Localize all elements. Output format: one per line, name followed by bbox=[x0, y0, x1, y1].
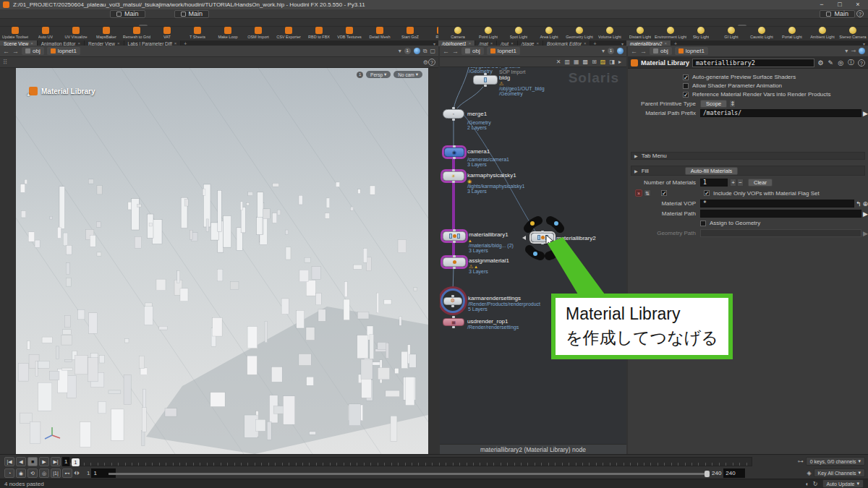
shelf-tool[interactable]: GI Light bbox=[716, 27, 746, 40]
network-color-palette-icon[interactable]: ▨ bbox=[599, 59, 608, 65]
breadcrumb-obj[interactable]: obj bbox=[650, 47, 672, 55]
shelf-tab[interactable] bbox=[122, 25, 130, 26]
network-tools-icon[interactable]: ✕ bbox=[555, 59, 563, 65]
shelf-tab[interactable] bbox=[773, 25, 781, 26]
gear-icon[interactable]: ⚙ bbox=[423, 59, 428, 66]
node-karmaphysicalsky1[interactable]: ☀ karmaphysicalsky1 ◉ /lights/karmaphysi… bbox=[443, 171, 464, 181]
shelf-tool[interactable]: UV Visualize bbox=[61, 27, 91, 40]
row-assign-to-geometry[interactable]: Assign to Geometry bbox=[700, 220, 760, 226]
projection-pill[interactable]: Persp▾ bbox=[366, 71, 391, 78]
range-slider-handle[interactable] bbox=[705, 471, 710, 477]
desktop-selector[interactable]: Main bbox=[110, 10, 145, 18]
node-assignmaterial1[interactable]: assignmaterial1 ⚠ ▴ 3 Layers bbox=[443, 257, 466, 267]
shelf-tab[interactable] bbox=[95, 25, 104, 26]
shelf-tab[interactable] bbox=[148, 25, 156, 26]
shelf-tab[interactable] bbox=[859, 25, 868, 26]
node-camera1[interactable]: ◉ camera1 /cameras/camera1 3 Layers bbox=[444, 147, 464, 157]
auto-fill-materials-button[interactable]: Auto-fill Materials bbox=[685, 167, 739, 175]
realtime-toggle-icon[interactable]: ◔ bbox=[4, 468, 14, 478]
update-mode-dropdown[interactable]: Auto Update▾ bbox=[822, 479, 864, 488]
path-dropdown-icon[interactable]: ▾ bbox=[845, 48, 848, 54]
network-snapshot-icon[interactable]: ◨ bbox=[608, 59, 616, 65]
toolbar-grip-icon[interactable]: ⠿ bbox=[3, 59, 9, 66]
key-icon[interactable]: ◈ bbox=[807, 470, 811, 476]
jump-to-end-button[interactable]: ▶| bbox=[51, 457, 61, 466]
pane-link-icon[interactable] bbox=[414, 48, 420, 54]
shelf-tool[interactable]: Distant Light bbox=[625, 27, 655, 40]
node-bldg[interactable]: SOP Import bldg ⚠ /obj/geo1/OUT_bldg /Ge… bbox=[473, 75, 498, 85]
op-jump-icon[interactable]: ↰ bbox=[856, 200, 861, 207]
material-path-prefix-field[interactable]: /materials/ bbox=[700, 109, 861, 117]
network-display-icon[interactable]: ▩ bbox=[582, 59, 590, 65]
camera-pill[interactable]: No cam▾ bbox=[393, 71, 422, 78]
remove-instance-button[interactable]: × bbox=[635, 189, 642, 197]
shelf-tool[interactable]: CSV Exporter bbox=[273, 27, 304, 40]
back-icon[interactable]: ← bbox=[631, 48, 637, 55]
shelf-tab[interactable] bbox=[139, 25, 148, 26]
shelf-tool[interactable]: Ambient Light bbox=[807, 27, 838, 40]
decrement-icon[interactable]: − bbox=[737, 179, 744, 187]
parent-primitive-type-dropdown[interactable]: Scope bbox=[700, 100, 727, 108]
shelf-set-selector[interactable]: Main bbox=[174, 10, 210, 18]
view-badge[interactable]: 1 bbox=[357, 72, 363, 78]
network-layout-icon[interactable]: ⊞ bbox=[590, 59, 598, 65]
shelf-tool[interactable]: Camera bbox=[443, 27, 473, 40]
play-reverse-button[interactable]: ◀ bbox=[16, 457, 26, 466]
forward-icon[interactable]: → bbox=[452, 48, 459, 55]
shelf-tab[interactable] bbox=[738, 25, 746, 26]
shelf-tool[interactable]: VAT bbox=[152, 27, 182, 40]
forward-icon[interactable]: → bbox=[640, 48, 647, 55]
parm-help-icon[interactable]: ? bbox=[858, 59, 865, 67]
shelf-tab[interactable] bbox=[851, 25, 859, 26]
check-allow-anim[interactable]: Allow Shader Parameter Animation bbox=[683, 82, 782, 89]
path-chooser-icon[interactable]: ▶ bbox=[863, 210, 868, 218]
enable-instance-checkbox[interactable]: ✓ bbox=[661, 190, 667, 196]
shelf-tool[interactable]: Auto UV bbox=[30, 27, 61, 40]
shelf-tab[interactable] bbox=[825, 25, 833, 26]
scoped-channels-icon[interactable]: ⊶ bbox=[798, 458, 804, 465]
loop-mode-icon[interactable]: ⟲ bbox=[27, 468, 38, 478]
shelf-tab[interactable] bbox=[790, 25, 799, 26]
forward-icon[interactable]: → bbox=[12, 48, 19, 55]
shelf-tool[interactable]: VDB Textures bbox=[334, 27, 365, 40]
clear-button[interactable]: Clear bbox=[748, 179, 773, 187]
network-stats-icon[interactable]: ▥ bbox=[563, 59, 571, 65]
keys-info-dropdown[interactable]: 0 keys, 0/0 channels▾ bbox=[806, 457, 865, 466]
info-icon[interactable]: ⓘ bbox=[847, 58, 855, 67]
shelf-tab[interactable] bbox=[43, 25, 52, 26]
shelf-tool[interactable]: Remesh to Grid bbox=[122, 27, 152, 40]
recook-icon[interactable]: ↻ bbox=[813, 481, 818, 487]
back-icon[interactable]: ← bbox=[443, 48, 449, 55]
checkbox-icon[interactable]: ✓ bbox=[683, 92, 689, 98]
shelf-tab[interactable] bbox=[61, 25, 69, 26]
shelf-tab[interactable] bbox=[842, 25, 851, 26]
shelf-tab[interactable] bbox=[113, 25, 122, 26]
material-vop-field[interactable]: * bbox=[700, 200, 854, 207]
shelf-tab[interactable] bbox=[781, 25, 790, 26]
back-icon[interactable]: ← bbox=[3, 48, 9, 55]
shelf-tab[interactable] bbox=[52, 25, 61, 26]
path-dropdown-icon[interactable]: ▾ bbox=[602, 48, 605, 54]
gear-icon[interactable]: ⚙ bbox=[817, 59, 825, 67]
breadcrumb-obj[interactable]: obj bbox=[461, 47, 484, 55]
brush-icon[interactable]: ✎ bbox=[827, 59, 835, 67]
node-name-field[interactable]: materiallibrary2 bbox=[692, 59, 814, 67]
dopnet-icon[interactable]: ⊷ bbox=[62, 468, 72, 478]
shelf-tab[interactable] bbox=[78, 25, 87, 26]
timeline-ruler[interactable]: 1 bbox=[69, 457, 752, 466]
op-chooser-icon[interactable]: ⊕ bbox=[862, 200, 868, 207]
play-button[interactable]: ▶ bbox=[39, 457, 49, 466]
shelf-tab[interactable] bbox=[746, 25, 755, 26]
jump-to-start-button[interactable]: |◀ bbox=[4, 457, 14, 466]
stop-button[interactable]: ■ bbox=[27, 457, 38, 466]
assign-to-geometry-checkbox[interactable] bbox=[700, 221, 706, 226]
dropdown-stepper-icon[interactable]: ⇕ bbox=[729, 100, 736, 108]
range-end-field[interactable]: 240 bbox=[723, 468, 745, 478]
desktop-selector-right[interactable]: Main bbox=[820, 10, 855, 18]
breadcrumb-lopnet1[interactable]: lopnet1 bbox=[47, 47, 80, 55]
minimize-button[interactable]: − bbox=[814, 1, 829, 9]
shelf-tab[interactable] bbox=[35, 25, 43, 26]
node-merge1[interactable]: ◦ merge1 /Geometry 2 Layers bbox=[443, 109, 464, 119]
include-only-checkbox[interactable]: ✓ bbox=[704, 190, 710, 196]
shelf-tool[interactable]: Detail Mesh bbox=[365, 27, 395, 40]
